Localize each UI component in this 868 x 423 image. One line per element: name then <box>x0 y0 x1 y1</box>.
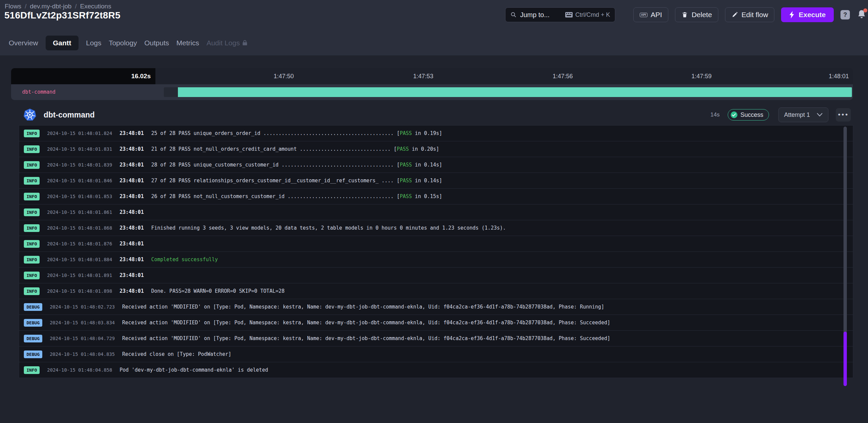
log-timestamp: 2024-10-15 01:48:01.891 <box>47 273 112 278</box>
breadcrumb-item[interactable]: Executions <box>80 3 111 10</box>
log-level-badge: DEBUG <box>24 303 42 311</box>
notification-dot <box>863 8 867 12</box>
breadcrumb-separator: / <box>75 3 76 10</box>
tab-overview[interactable]: Overview <box>9 36 38 50</box>
log-task-time: 23:48:01 <box>120 225 144 231</box>
log-scrollbar-thumb[interactable] <box>843 332 847 386</box>
log-timestamp: 2024-10-15 01:48:01.876 <box>47 241 112 246</box>
tab-audit-logs: Audit Logs <box>207 36 247 50</box>
log-row: INFO2024-10-15 01:48:01.84623:48:0127 of… <box>19 173 853 189</box>
log-timestamp: 2024-10-15 01:48:01.824 <box>47 130 112 136</box>
log-message: Received action 'MODIFIED' on [Type: Pod… <box>122 320 610 326</box>
breadcrumb-separator: / <box>25 3 27 10</box>
gantt-time-tick: 1:47:59 <box>691 68 712 84</box>
log-row: DEBUG2024-10-15 01:48:04.835Received clo… <box>19 346 853 362</box>
task-name: dbt-command <box>43 111 95 120</box>
lock-icon <box>242 40 247 46</box>
log-timestamp: 2024-10-15 01:48:01.861 <box>47 210 112 215</box>
log-level-badge: DEBUG <box>24 319 42 327</box>
log-message: 26 of 28 PASS not_null_customers_custome… <box>151 193 442 200</box>
log-task-time: 23:48:01 <box>120 272 144 278</box>
log-timestamp: 2024-10-15 01:48:01.853 <box>47 194 112 199</box>
breadcrumb-item[interactable]: dev.my-dbt-job <box>30 3 71 10</box>
log-task-time: 23:48:01 <box>120 241 144 247</box>
api-icon: API <box>640 13 648 17</box>
gantt-duration: 16.02s <box>11 68 155 84</box>
tab-metrics[interactable]: Metrics <box>177 36 199 50</box>
log-level-badge: INFO <box>24 256 40 264</box>
log-message: Completed successfully <box>151 256 218 263</box>
log-level-badge: INFO <box>24 145 40 153</box>
execute-button[interactable]: Execute <box>781 7 834 22</box>
help-button[interactable]: ? <box>840 10 850 20</box>
edit-flow-button[interactable]: Edit flow <box>725 7 774 22</box>
jump-to-search[interactable]: Jump to... Ctrl/Cmd + K <box>505 7 615 22</box>
log-row: DEBUG2024-10-15 01:48:04.729Received act… <box>19 330 853 346</box>
task-header: dbt-command 14s Success Attempt 1 ●●● <box>24 107 851 123</box>
log-row: INFO2024-10-15 01:48:01.88423:48:01Compl… <box>19 251 853 268</box>
log-message: Received action 'MODIFIED' on [Type: Pod… <box>122 304 604 310</box>
log-message: Received close on [Type: PodWatcher] <box>122 351 231 357</box>
gantt-time-tick: 1:47:53 <box>413 68 433 84</box>
gantt-time-tick: 1:48:01 <box>829 68 849 84</box>
attempt-select[interactable]: Attempt 1 <box>778 108 828 122</box>
api-button[interactable]: API API <box>633 7 669 22</box>
log-task-time: 23:48:01 <box>120 288 144 294</box>
log-level-badge: INFO <box>24 240 40 248</box>
log-task-time: 23:48:01 <box>120 193 144 200</box>
log-message: Finished running 3 seeds, 3 view models,… <box>151 225 506 231</box>
log-row: INFO2024-10-15 01:48:01.83123:48:0121 of… <box>19 141 853 157</box>
tab-label: Outputs <box>144 39 169 47</box>
gantt-bar-running-segment[interactable] <box>178 87 852 97</box>
kubernetes-icon <box>24 109 36 121</box>
log-row: INFO2024-10-15 01:48:01.86123:48:01 <box>19 204 853 220</box>
edit-flow-button-label: Edit flow <box>741 11 768 19</box>
log-scrollbar-track[interactable] <box>843 127 847 386</box>
pencil-icon <box>732 11 738 18</box>
gantt-header: 16.02s 1:47:501:47:531:47:561:47:591:48:… <box>11 68 853 84</box>
log-message: 25 of 28 PASS unique_orders_order_id ...… <box>151 130 442 136</box>
tab-topology[interactable]: Topology <box>109 36 137 50</box>
lightning-bolt-icon <box>789 11 795 19</box>
log-row: DEBUG2024-10-15 01:48:03.834Received act… <box>19 314 853 331</box>
gantt-bar-created-segment[interactable] <box>164 87 178 97</box>
log-level-badge: INFO <box>24 129 40 137</box>
api-button-label: API <box>651 11 662 19</box>
log-message: 27 of 28 PASS relationships_orders_custo… <box>151 178 442 184</box>
log-task-time: 23:48:01 <box>120 178 144 184</box>
log-row: INFO2024-10-15 01:48:01.87623:48:01 <box>19 236 853 252</box>
tab-logs[interactable]: Logs <box>86 36 101 50</box>
execution-content: 16.02s 1:47:501:47:531:47:561:47:591:48:… <box>0 55 868 423</box>
search-shortcut: Ctrl/Cmd + K <box>575 11 610 19</box>
gantt-task-row: dbt-command <box>11 84 853 100</box>
log-timestamp: 2024-10-15 01:48:02.723 <box>50 304 115 309</box>
log-list: INFO2024-10-15 01:48:01.82423:48:0125 of… <box>19 125 853 378</box>
trash-icon <box>681 11 688 18</box>
log-message: Done. PASS=28 WARN=0 ERROR=0 SKIP=0 TOTA… <box>151 288 284 294</box>
breadcrumb-item[interactable]: Flows <box>5 3 22 10</box>
chevron-down-icon <box>817 113 823 117</box>
gantt-task-label[interactable]: dbt-command <box>22 84 55 100</box>
log-row: INFO2024-10-15 01:48:01.83923:48:0128 of… <box>19 157 853 173</box>
log-timestamp: 2024-10-15 01:48:01.868 <box>47 225 112 231</box>
log-message: Received action 'MODIFIED' on [Type: Pod… <box>122 335 610 341</box>
notifications-bell[interactable] <box>857 9 867 21</box>
log-row: INFO2024-10-15 01:48:04.858Pod 'dev-my-d… <box>19 362 853 378</box>
search-icon <box>510 11 517 18</box>
log-message: 28 of 28 PASS unique_customers_customer_… <box>151 162 442 168</box>
log-task-time: 23:48:01 <box>120 209 144 215</box>
log-task-time: 23:48:01 <box>120 256 144 263</box>
log-timestamp: 2024-10-15 01:48:01.846 <box>47 178 112 183</box>
log-row: INFO2024-10-15 01:48:01.85323:48:0126 of… <box>19 188 853 205</box>
attempt-select-value: Attempt 1 <box>784 112 810 119</box>
log-timestamp: 2024-10-15 01:48:01.884 <box>47 257 112 262</box>
top-bar: Flows/dev.my-dbt-job/Executions 516DfLvZ… <box>0 0 868 30</box>
log-level-badge: INFO <box>24 209 40 216</box>
log-level-badge: DEBUG <box>24 351 42 358</box>
tab-outputs[interactable]: Outputs <box>144 36 169 50</box>
task-more-menu-button[interactable]: ●●● <box>836 108 851 122</box>
tab-label: Audit Logs <box>207 39 240 47</box>
breadcrumb: Flows/dev.my-dbt-job/Executions <box>5 3 111 10</box>
delete-button[interactable]: Delete <box>675 7 718 22</box>
tab-gantt[interactable]: Gantt <box>45 36 79 50</box>
